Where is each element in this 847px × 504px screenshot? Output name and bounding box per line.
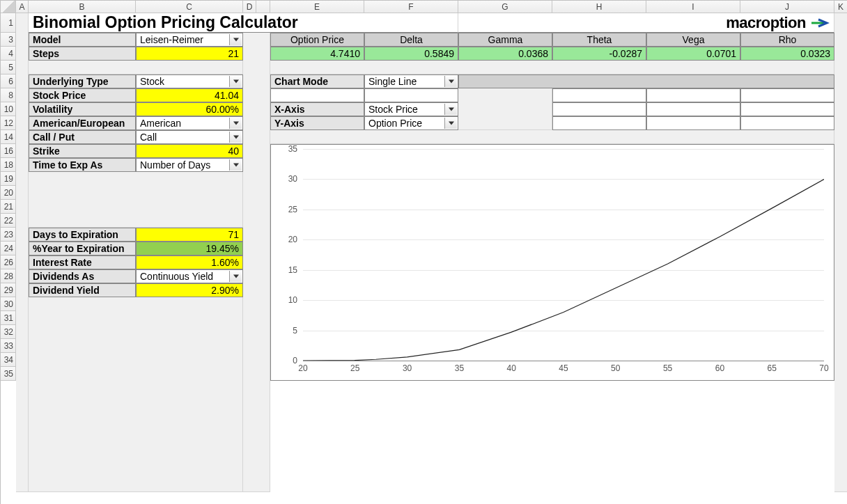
row-26[interactable]: 26: [1, 255, 16, 269]
extra-box-J10[interactable]: [740, 102, 834, 116]
greek-v-optionprice: 4.7410: [270, 47, 364, 61]
row-14[interactable]: 14: [1, 130, 16, 144]
right-blank-5: [270, 61, 834, 74]
col-E[interactable]: E: [270, 1, 364, 13]
chart-ytick: 20: [278, 235, 297, 244]
row-31[interactable]: 31: [1, 311, 16, 325]
extra-box-E8[interactable]: [270, 88, 364, 102]
steps-input[interactable]: 21: [136, 47, 243, 61]
chart-xtick: 40: [507, 363, 516, 373]
chart-xtick: 55: [663, 363, 672, 373]
col-J[interactable]: J: [740, 1, 834, 13]
divas-dropdown[interactable]: Continuous Yield: [136, 269, 243, 283]
extra-box-H12[interactable]: [552, 116, 646, 130]
row-3[interactable]: 3: [1, 33, 16, 47]
row-21[interactable]: 21: [1, 200, 16, 214]
row-28[interactable]: 28: [1, 269, 16, 283]
chart-line: [303, 149, 824, 361]
volatility-input[interactable]: 60.00%: [136, 102, 243, 116]
amer-euro-dropdown[interactable]: American: [136, 116, 243, 130]
yaxis-dropdown[interactable]: Option Price: [364, 116, 458, 130]
col-I[interactable]: I: [646, 1, 740, 13]
row-20[interactable]: 20: [1, 186, 16, 200]
strike-input[interactable]: 40: [136, 144, 243, 158]
chart-xtick: 35: [455, 363, 464, 373]
chart-ytick: 15: [278, 265, 297, 275]
divyield-label: Dividend Yield: [29, 283, 136, 297]
row-34[interactable]: 34: [1, 353, 16, 367]
row-6[interactable]: 6: [1, 74, 16, 88]
chart-ytick: 10: [278, 295, 297, 305]
extra-box-I12[interactable]: [646, 116, 740, 130]
row-1[interactable]: 1: [1, 13, 16, 33]
yaxis-label: Y-Axis: [270, 116, 364, 130]
extra-box-J8[interactable]: [740, 88, 834, 102]
chart-ytick: 5: [278, 326, 297, 336]
chart-xtick: 25: [350, 363, 359, 373]
blank-5: [29, 61, 243, 74]
extra-box-I8[interactable]: [646, 88, 740, 102]
extra-box-I10[interactable]: [646, 102, 740, 116]
col-K[interactable]: K: [834, 1, 847, 13]
blank-30on: [29, 297, 243, 492]
col-G[interactable]: G: [458, 1, 552, 13]
row-24[interactable]: 24: [1, 242, 16, 255]
row-12[interactable]: 12: [1, 116, 16, 130]
extra-box-J12[interactable]: [740, 116, 834, 130]
col-H[interactable]: H: [552, 1, 646, 13]
col-blank[interactable]: [256, 1, 270, 13]
row-32[interactable]: 32: [1, 325, 16, 339]
row-22[interactable]: 22: [1, 214, 16, 228]
extra-box-F8[interactable]: [364, 88, 458, 102]
col-F[interactable]: F: [364, 1, 458, 13]
row-23[interactable]: 23: [1, 228, 16, 242]
col-C[interactable]: C: [136, 1, 243, 13]
stockprice-input[interactable]: 41.04: [136, 88, 243, 102]
timeto-dropdown[interactable]: Number of Days: [136, 158, 243, 172]
col-D[interactable]: D: [243, 1, 256, 13]
yearexp-output: 19.45%: [136, 242, 243, 255]
underlying-dropdown[interactable]: Stock: [136, 74, 243, 88]
row-29[interactable]: 29: [1, 283, 16, 297]
rate-input[interactable]: 1.60%: [136, 255, 243, 269]
daysexp-input[interactable]: 71: [136, 228, 243, 242]
xaxis-label: X-Axis: [270, 102, 364, 116]
divyield-input[interactable]: 2.90%: [136, 283, 243, 297]
extra-box-H8[interactable]: [552, 88, 646, 102]
chartmode-dropdown[interactable]: Single Line: [364, 74, 458, 88]
amer-euro-label: American/European: [29, 116, 136, 130]
model-dropdown[interactable]: Leisen-Reimer: [136, 33, 243, 47]
greek-h-rho: Rho: [740, 33, 834, 47]
daysexp-label: Days to Expiration: [29, 228, 136, 242]
extra-box-H10[interactable]: [552, 102, 646, 116]
brand-logo: macroption: [458, 13, 834, 33]
row-18[interactable]: 18: [1, 158, 16, 172]
select-all-corner[interactable]: [1, 1, 16, 13]
greek-v-theta: -0.0287: [552, 47, 646, 61]
stockprice-label: Stock Price: [29, 88, 136, 102]
row-19[interactable]: 19: [1, 172, 16, 186]
row-30[interactable]: 30: [1, 297, 16, 311]
rate-label: Interest Rate: [29, 255, 136, 269]
xaxis-dropdown[interactable]: Stock Price: [364, 102, 458, 116]
row-8[interactable]: 8: [1, 88, 16, 102]
callput-dropdown[interactable]: Call: [136, 130, 243, 144]
chart-ytick: 25: [278, 205, 297, 214]
col-B[interactable]: B: [29, 1, 136, 13]
chart-ytick: 0: [278, 356, 297, 365]
greek-h-delta: Delta: [364, 33, 458, 47]
greek-h-theta: Theta: [552, 33, 646, 47]
col-A[interactable]: A: [16, 1, 29, 13]
greek-v-rho: 0.0323: [740, 47, 834, 61]
right-gap-G: [458, 88, 552, 130]
chartmode-band: [458, 74, 834, 88]
yearexp-label: %Year to Expiration: [29, 242, 136, 255]
row-16[interactable]: 16: [1, 144, 16, 158]
row-4[interactable]: 4: [1, 47, 16, 61]
underlying-label: Underlying Type: [29, 74, 136, 88]
row-10[interactable]: 10: [1, 102, 16, 116]
row-5[interactable]: 5: [1, 61, 16, 74]
page-title: Binomial Option Pricing Calculator: [29, 13, 458, 33]
row-35[interactable]: 35: [1, 367, 16, 381]
row-33[interactable]: 33: [1, 339, 16, 353]
